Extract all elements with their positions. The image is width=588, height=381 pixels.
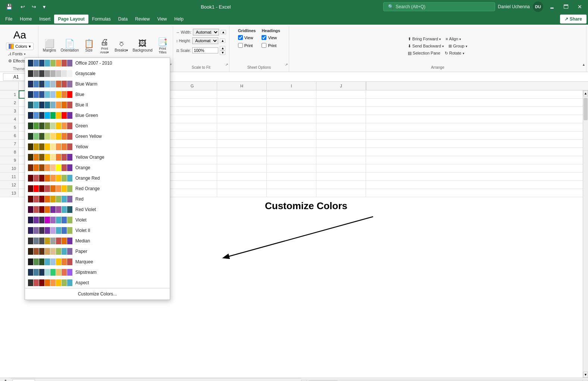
color-theme-item[interactable]: Aspect: [25, 278, 170, 288]
cell-H7[interactable]: [217, 140, 267, 148]
cell-G12[interactable]: [168, 181, 217, 189]
cell-H8[interactable]: [217, 148, 267, 156]
add-sheet-button[interactable]: ➕: [0, 379, 11, 381]
cell-J2[interactable]: [316, 99, 366, 107]
cell-J4[interactable]: [316, 115, 366, 123]
cell-I9[interactable]: [267, 156, 316, 164]
sheet-options-group-expand[interactable]: ↗: [285, 63, 288, 66]
cell-G2[interactable]: [168, 99, 217, 107]
menu-review[interactable]: Review: [131, 15, 153, 24]
cell-H3[interactable]: [217, 107, 267, 115]
cell-I5[interactable]: [267, 123, 316, 131]
cell-G11[interactable]: [168, 173, 217, 181]
themes-button[interactable]: Aa: [10, 28, 29, 43]
cell-H13[interactable]: [217, 189, 267, 197]
customize-colors-button[interactable]: Customize Colors...: [25, 288, 170, 300]
cell-H9[interactable]: [217, 156, 267, 164]
margins-button[interactable]: ⬜ Margins: [41, 39, 58, 53]
color-theme-item[interactable]: Violet II: [25, 225, 170, 236]
scale-down-btn[interactable]: ▼: [220, 50, 225, 55]
cell-G4[interactable]: [168, 115, 217, 123]
menu-home[interactable]: Home: [16, 15, 35, 24]
cell-J1[interactable]: [316, 90, 366, 99]
cell-I4[interactable]: [267, 115, 316, 123]
print-titles-button[interactable]: 📑 PrintTitles: [156, 37, 170, 55]
scale-up-btn[interactable]: ▲: [220, 46, 225, 50]
group-button[interactable]: ⊞ Group ▾: [447, 43, 469, 49]
cell-I13[interactable]: [267, 189, 316, 197]
cell-J6[interactable]: [316, 131, 366, 140]
background-button[interactable]: 🖼 Background: [131, 39, 154, 53]
color-theme-item[interactable]: Violet: [25, 215, 170, 225]
color-theme-item[interactable]: Green Yellow: [25, 131, 170, 142]
color-theme-item[interactable]: Blue Warm: [25, 79, 170, 89]
breaks-button[interactable]: ⎏ Breaks▾: [113, 39, 129, 53]
color-theme-item[interactable]: Red Violet: [25, 204, 170, 215]
color-theme-item[interactable]: Blue II: [25, 100, 170, 110]
scroll-thumb[interactable]: [584, 98, 588, 120]
color-theme-item[interactable]: Grayscale: [25, 68, 170, 79]
color-theme-item[interactable]: Yellow: [25, 142, 170, 152]
cell-H11[interactable]: [217, 173, 267, 181]
undo-button[interactable]: ↩: [18, 2, 28, 11]
cell-I3[interactable]: [267, 107, 316, 115]
corner-header[interactable]: [0, 82, 19, 90]
maximize-button[interactable]: 🗖: [560, 2, 572, 11]
cell-I11[interactable]: [267, 173, 316, 181]
color-theme-item[interactable]: Paper: [25, 246, 170, 257]
cell-G13[interactable]: [168, 189, 217, 197]
cell-J8[interactable]: [316, 148, 366, 156]
color-theme-item[interactable]: Blue: [25, 89, 170, 100]
menu-view[interactable]: View: [153, 15, 171, 24]
cell-G10[interactable]: [168, 164, 217, 173]
menu-file[interactable]: File: [1, 15, 16, 24]
cell-I2[interactable]: [267, 99, 316, 107]
cell-J3[interactable]: [316, 107, 366, 115]
scale-group-expand[interactable]: ↗: [225, 63, 228, 66]
menu-formulas[interactable]: Formulas: [88, 15, 115, 24]
redo-button[interactable]: ↪: [29, 2, 39, 11]
cell-G5[interactable]: [168, 123, 217, 131]
cell-J12[interactable]: [316, 181, 366, 189]
width-select[interactable]: Automatic 1 page 2 pages: [193, 29, 219, 35]
minimize-button[interactable]: 🗕: [546, 2, 557, 11]
arrange-group-expand[interactable]: ▲: [582, 63, 585, 66]
cell-H1[interactable]: [217, 90, 267, 99]
cell-H12[interactable]: [217, 181, 267, 189]
cell-H5[interactable]: [217, 123, 267, 131]
cell-J7[interactable]: [316, 140, 366, 148]
selection-pane-button[interactable]: ▤ Selection Pane: [406, 50, 442, 56]
cell-J10[interactable]: [316, 164, 366, 173]
color-theme-item[interactable]: Red: [25, 194, 170, 204]
color-theme-item[interactable]: Orange: [25, 162, 170, 173]
customize-qat-button[interactable]: ▾: [40, 2, 49, 11]
menu-page-layout[interactable]: Page Layout: [54, 15, 88, 24]
cell-I1[interactable]: [267, 90, 316, 99]
color-theme-item[interactable]: Orange Red: [25, 173, 170, 183]
color-theme-item[interactable]: Yellow Orange: [25, 152, 170, 162]
bring-forward-button[interactable]: ⬆ Bring Forward ▾: [406, 36, 442, 42]
horizontal-scrollbar[interactable]: ◀ ▶: [301, 380, 588, 381]
gridlines-print-checkbox[interactable]: [238, 43, 243, 48]
colors-dropdown-button[interactable]: Colors ▾: [6, 43, 34, 50]
cell-G3[interactable]: [168, 107, 217, 115]
cell-G8[interactable]: [168, 148, 217, 156]
width-up-btn[interactable]: ▲: [220, 30, 226, 34]
color-theme-item[interactable]: Slipstream: [25, 267, 170, 278]
dropdown-scroll-area[interactable]: Office 2007 - 2010GrayscaleBlue WarmBlue…: [25, 58, 170, 288]
cell-J13[interactable]: [316, 189, 366, 197]
color-theme-item[interactable]: Green: [25, 121, 170, 131]
color-theme-item[interactable]: Red Orange: [25, 183, 170, 194]
cell-H10[interactable]: [217, 164, 267, 173]
cell-I10[interactable]: [267, 164, 316, 173]
color-theme-item[interactable]: Marquee: [25, 257, 170, 267]
height-select[interactable]: Automatic 1 page 2 pages: [192, 37, 218, 44]
cell-G6[interactable]: [168, 131, 217, 140]
send-backward-button[interactable]: ⬇ Send Backward ▾: [406, 43, 445, 49]
save-button[interactable]: 💾: [3, 2, 15, 11]
orientation-button[interactable]: 📄 Orientation: [59, 39, 80, 53]
print-area-button[interactable]: 🖨 PrintArea▾: [97, 37, 112, 55]
align-button[interactable]: ≡ Align ▾: [444, 36, 463, 42]
close-button[interactable]: ✕: [575, 2, 585, 11]
cell-H6[interactable]: [217, 131, 267, 140]
